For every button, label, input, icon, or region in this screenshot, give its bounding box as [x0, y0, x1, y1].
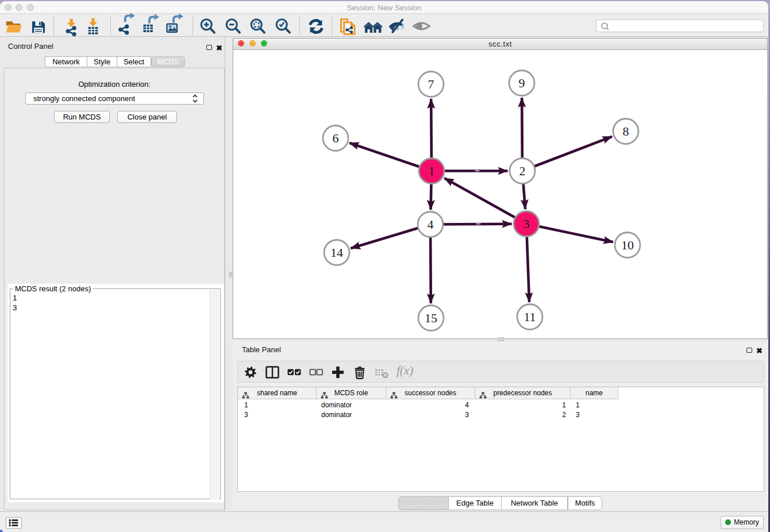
svg-text:6: 6 [333, 131, 339, 145]
svg-text:15: 15 [425, 311, 437, 325]
svg-text:4: 4 [428, 217, 434, 232]
svg-text:9: 9 [519, 76, 525, 90]
svg-text:3: 3 [523, 217, 530, 231]
svg-text:1: 1 [429, 164, 435, 178]
svg-text:2: 2 [519, 164, 526, 178]
svg-text:7: 7 [428, 77, 434, 91]
svg-text:8: 8 [623, 124, 629, 138]
svg-text:11: 11 [523, 310, 536, 324]
svg-text:10: 10 [621, 238, 634, 252]
svg-text:14: 14 [330, 245, 343, 260]
